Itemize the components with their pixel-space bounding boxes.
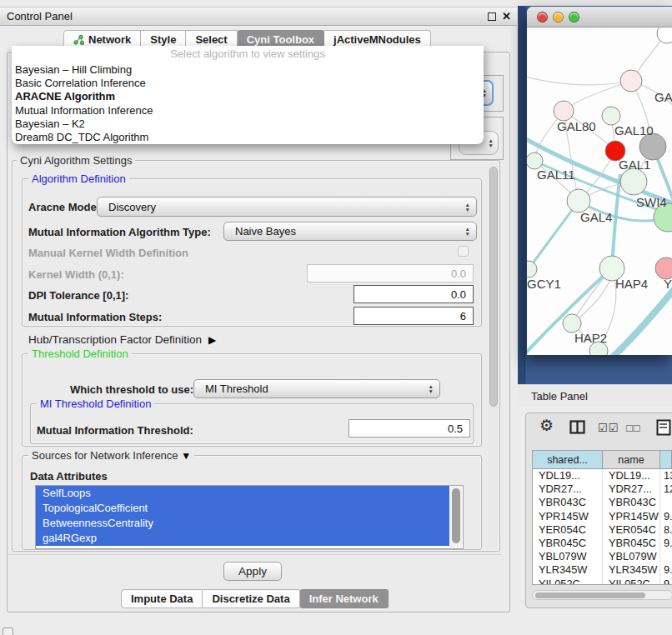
- data-attributes-label: Data Attributes: [30, 470, 108, 482]
- hub-transcription-factor-expander[interactable]: Hub/Transcription Factor Definition ▶: [28, 333, 216, 346]
- close-light-icon[interactable]: [537, 12, 548, 22]
- network-node[interactable]: [657, 28, 672, 43]
- network-edge: [529, 201, 579, 269]
- table-panel-title: Table Panel: [531, 390, 588, 402]
- scrollbar-thumb[interactable]: [535, 592, 645, 598]
- table-row[interactable]: YDL19...YDL19...13: [533, 469, 672, 482]
- table-row[interactable]: YIL052CYIL052C9: [533, 578, 672, 586]
- table-row[interactable]: YLR345WYLR345W9.: [533, 563, 672, 577]
- table-row[interactable]: YER054CYER054C8.: [533, 523, 672, 537]
- network-node[interactable]: [602, 107, 620, 125]
- float-window-icon[interactable]: [488, 12, 496, 21]
- settings-group-title: Cyni Algorithm Settings: [17, 154, 135, 167]
- list-scrollbar[interactable]: [450, 487, 462, 548]
- expand-arrow-icon[interactable]: ▶: [208, 334, 216, 346]
- mi-algorithm-type-select[interactable]: Naive Bayes ▲▼: [223, 222, 477, 241]
- kernel-width-field[interactable]: [307, 264, 474, 282]
- tab-infer-network[interactable]: Infer Network: [300, 589, 389, 608]
- network-window-titlebar[interactable]: [527, 7, 672, 28]
- attribute-item-selected[interactable]: TopologicalCoefficient: [36, 501, 449, 516]
- table-cell: YPR145W: [603, 510, 660, 523]
- tab-discretize-data[interactable]: Discretize Data: [203, 589, 299, 608]
- algorithm-option[interactable]: Bayesian – Hill Climbing: [12, 63, 484, 77]
- aracne-mode-select[interactable]: Discovery ▲▼: [97, 197, 477, 217]
- mi-threshold-label: Mutual Information Threshold:: [37, 424, 193, 437]
- algorithm-option[interactable]: ARACNE Algorithm: [12, 90, 484, 103]
- dpi-tolerance-field[interactable]: [354, 285, 474, 303]
- network-canvas[interactable]: GALGAL80GAL10GAL1GAL11GAL4SWI4GCY1HAP4YH…: [527, 28, 672, 355]
- table-cell: [660, 550, 672, 563]
- close-window-icon[interactable]: ✕: [502, 10, 511, 22]
- algorithm-option[interactable]: Bayesian – K2: [12, 118, 484, 131]
- network-view-window[interactable]: GALGAL80GAL10GAL1GAL11GAL4SWI4GCY1HAP4YH…: [527, 7, 672, 355]
- table-cell: YDL19...: [603, 469, 660, 482]
- network-node-label: GAL4: [580, 210, 612, 224]
- network-node[interactable]: [527, 152, 543, 169]
- mi-steps-field[interactable]: [354, 307, 474, 325]
- table-cell: YDR27...: [603, 482, 660, 496]
- algorithm-option[interactable]: Basic Correlation Inference: [12, 77, 484, 90]
- column-header-shared-name[interactable]: shared...: [533, 451, 603, 468]
- gear-icon[interactable]: ⚙: [539, 418, 554, 433]
- unchecked-pair-icon[interactable]: □□: [626, 422, 641, 434]
- network-node[interactable]: [620, 70, 642, 92]
- algorithm-option[interactable]: Dream8 DC_TDC Algorithm: [12, 131, 484, 144]
- table-cell: YBR045C: [603, 537, 660, 550]
- columns-icon[interactable]: [569, 420, 585, 434]
- table-row[interactable]: YBR043CYBR043C: [533, 496, 672, 509]
- table-row[interactable]: YPR145WYPR145W9.: [533, 510, 672, 523]
- scrollbar-thumb[interactable]: [452, 488, 460, 543]
- cyni-bottom-tabbar: Impute Data Discretize Data Infer Networ…: [121, 589, 389, 608]
- table-row[interactable]: YBR045CYBR045C9.: [533, 537, 672, 550]
- collapse-arrow-icon[interactable]: ▼: [181, 450, 191, 462]
- sources-group-title: Sources for Network Inference ▼: [28, 449, 194, 462]
- table-row[interactable]: YDR27...YDR27...12: [533, 482, 672, 496]
- background-window-strip: [518, 0, 672, 6]
- mi-threshold-field[interactable]: [349, 419, 470, 438]
- network-node[interactable]: [527, 261, 537, 278]
- zoom-light-icon[interactable]: [569, 12, 579, 22]
- mi-algorithm-type-label: Mutual Information Algorithm Type:: [28, 226, 211, 238]
- threshold-definition-title: Threshold Definition: [28, 348, 132, 360]
- tab-impute-data[interactable]: Impute Data: [121, 589, 203, 608]
- table-cell: 9.: [660, 510, 672, 523]
- network-node-label: HAP2: [574, 331, 607, 345]
- mi-threshold-definition-title: MI Threshold Definition: [37, 398, 154, 410]
- network-node[interactable]: [567, 189, 590, 212]
- algorithm-option[interactable]: Mutual Information Inference: [12, 104, 484, 118]
- table-row[interactable]: YBL079WYBL079W: [533, 550, 672, 563]
- minimize-light-icon[interactable]: [553, 12, 564, 22]
- algorithm-option-list: Bayesian – Hill ClimbingBasic Correlatio…: [12, 63, 484, 144]
- network-node[interactable]: [554, 101, 574, 121]
- collapsed-panel-button[interactable]: [3, 628, 13, 635]
- network-node-label: Y: [664, 277, 672, 291]
- table-cell: YDR27...: [533, 482, 603, 496]
- sources-title-text: Sources for Network Inference: [32, 449, 178, 462]
- network-node-label: GAL80: [557, 119, 596, 133]
- attribute-item-selected[interactable]: gal4RGexp: [36, 531, 449, 546]
- attribute-item-selected[interactable]: SelfLoops: [36, 486, 449, 501]
- hub-label: Hub/Transcription Factor Definition: [28, 333, 202, 346]
- network-node[interactable]: [563, 314, 581, 332]
- traffic-lights: [537, 12, 579, 22]
- apply-button[interactable]: Apply: [223, 562, 282, 581]
- spinner-icon: ▲▼: [465, 227, 470, 236]
- node-table[interactable]: shared... name YDL19...YDL19...13YDR27..…: [532, 450, 672, 585]
- network-node[interactable]: [620, 168, 647, 195]
- data-attributes-list[interactable]: SelfLoopsTopologicalCoefficientBetweenne…: [35, 485, 464, 549]
- control-panel-titlebar: Control Panel ✕: [0, 7, 517, 26]
- column-header-clipped[interactable]: [660, 451, 672, 468]
- document-icon[interactable]: [656, 419, 672, 436]
- which-threshold-select[interactable]: MI Threshold ▲▼: [193, 379, 440, 398]
- kernel-width-label: Kernel Width (0,1):: [28, 268, 124, 281]
- manual-kernel-width-checkbox[interactable]: [458, 246, 469, 257]
- tab-label: Infer Network: [309, 590, 379, 608]
- attribute-item-selected[interactable]: BetweennessCentrality: [36, 516, 449, 531]
- algorithm-definition-title: Algorithm Definition: [28, 172, 129, 185]
- aracne-mode-label: Aracne Mode:: [28, 201, 100, 213]
- column-header-name[interactable]: name: [603, 451, 660, 468]
- scrollbar-thumb[interactable]: [489, 167, 498, 407]
- checked-pair-icon[interactable]: ☑☑: [598, 422, 619, 434]
- table-horizontal-scrollbar[interactable]: [532, 590, 672, 600]
- network-edge: [527, 76, 631, 85]
